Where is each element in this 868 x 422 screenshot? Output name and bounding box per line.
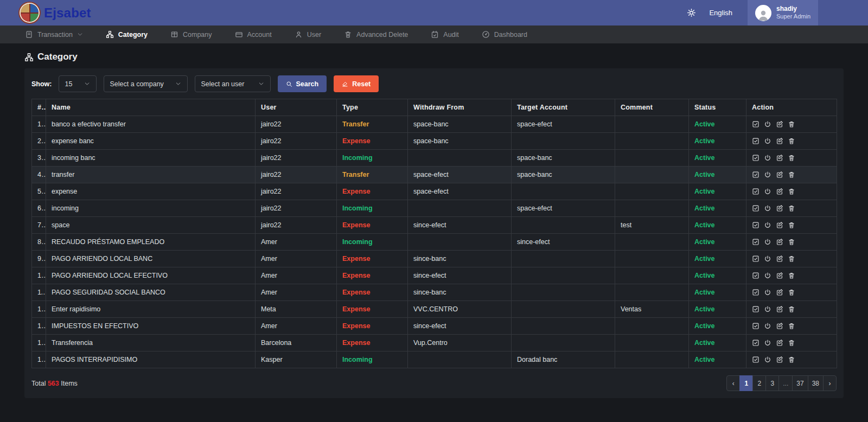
trash-icon[interactable] xyxy=(788,154,795,162)
check-square-icon[interactable] xyxy=(752,238,760,246)
cell-action xyxy=(746,251,837,267)
theme-toggle-sun-icon[interactable] xyxy=(687,8,696,17)
check-square-icon[interactable] xyxy=(752,356,760,363)
company-select[interactable]: Select a company xyxy=(104,75,188,92)
column-header-user: User xyxy=(256,99,337,116)
pagination-page-3[interactable]: 3 xyxy=(765,375,779,391)
cell-name: incoming xyxy=(46,200,256,217)
edit-icon[interactable] xyxy=(776,289,783,296)
user-menu[interactable]: shadiy Super Admin xyxy=(748,0,818,25)
edit-icon[interactable] xyxy=(776,221,783,229)
power-icon[interactable] xyxy=(764,356,771,363)
language-selector[interactable]: English xyxy=(709,9,732,17)
calendar-check-icon xyxy=(431,30,439,39)
nav-item-user[interactable]: User xyxy=(295,30,321,39)
trash-icon[interactable] xyxy=(788,238,795,246)
trash-icon[interactable] xyxy=(788,171,795,178)
edit-icon[interactable] xyxy=(776,272,783,279)
edit-icon[interactable] xyxy=(776,238,783,246)
edit-icon[interactable] xyxy=(776,188,783,195)
edit-icon[interactable] xyxy=(776,120,783,128)
edit-icon[interactable] xyxy=(776,322,783,330)
edit-icon[interactable] xyxy=(776,154,783,162)
nav-item-transaction[interactable]: Transaction xyxy=(25,30,83,39)
reset-button[interactable]: Reset xyxy=(334,75,379,92)
power-icon[interactable] xyxy=(764,137,771,145)
cell-target-account xyxy=(512,267,615,284)
trash-icon[interactable] xyxy=(788,221,795,229)
trash-icon[interactable] xyxy=(788,204,795,212)
check-square-icon[interactable] xyxy=(752,289,760,296)
check-square-icon[interactable] xyxy=(752,221,760,229)
edit-icon[interactable] xyxy=(776,137,783,145)
power-icon[interactable] xyxy=(764,188,771,195)
power-icon[interactable] xyxy=(764,255,771,263)
power-icon[interactable] xyxy=(764,339,771,347)
main-content: Category Show: 15 Select a company Selec… xyxy=(0,52,868,398)
pagination-page-1[interactable]: 1 xyxy=(739,375,753,391)
check-square-icon[interactable] xyxy=(752,137,760,145)
check-square-icon[interactable] xyxy=(752,204,760,212)
user-select[interactable]: Select an user xyxy=(195,75,271,92)
nav-item-dashboard[interactable]: Dashboard xyxy=(482,30,527,39)
power-icon[interactable] xyxy=(764,272,771,279)
pagination-page-2[interactable]: 2 xyxy=(752,375,766,391)
check-square-icon[interactable] xyxy=(752,339,760,347)
cell-comment xyxy=(615,150,689,167)
search-icon xyxy=(286,81,292,87)
nav-item-advanced-delete[interactable]: Advanced Delete xyxy=(344,30,408,39)
check-square-icon[interactable] xyxy=(752,188,760,195)
check-square-icon[interactable] xyxy=(752,255,760,263)
pagination-page-38[interactable]: 38 xyxy=(808,375,824,391)
nav-item-company[interactable]: Company xyxy=(170,30,212,39)
nav-item-account[interactable]: Account xyxy=(235,30,272,39)
trash-icon[interactable] xyxy=(788,339,795,347)
table-row: 6incomingjairo22Incomingspace-efectActiv… xyxy=(32,200,837,217)
check-square-icon[interactable] xyxy=(752,322,760,330)
search-button[interactable]: Search xyxy=(278,75,327,92)
pagination-prev[interactable]: ‹ xyxy=(726,375,740,391)
cell-withdraw-from: Vup.Centro xyxy=(408,335,512,351)
nav-item-category[interactable]: Category xyxy=(106,30,148,39)
edit-icon[interactable] xyxy=(776,339,783,347)
column-header-target-account: Target Account xyxy=(512,99,615,116)
edit-icon[interactable] xyxy=(776,305,783,313)
chevron-down-icon xyxy=(258,81,264,87)
cell-user: jairo22 xyxy=(256,183,337,200)
check-square-icon[interactable] xyxy=(752,120,760,128)
trash-icon[interactable] xyxy=(788,289,795,296)
power-icon[interactable] xyxy=(764,221,771,229)
trash-icon[interactable] xyxy=(788,255,795,263)
power-icon[interactable] xyxy=(764,171,771,178)
edit-icon[interactable] xyxy=(776,255,783,263)
power-icon[interactable] xyxy=(764,238,771,246)
check-square-icon[interactable] xyxy=(752,171,760,178)
power-icon[interactable] xyxy=(764,289,771,296)
power-icon[interactable] xyxy=(764,120,771,128)
trash-icon[interactable] xyxy=(788,322,795,330)
trash-icon[interactable] xyxy=(788,305,795,313)
trash-icon[interactable] xyxy=(788,356,795,363)
trash-icon[interactable] xyxy=(788,120,795,128)
pagination-next[interactable]: › xyxy=(823,375,837,391)
check-square-icon[interactable] xyxy=(752,272,760,279)
trash-icon[interactable] xyxy=(788,137,795,145)
column-header-name: Name xyxy=(46,99,256,116)
edit-icon[interactable] xyxy=(776,356,783,363)
power-icon[interactable] xyxy=(764,305,771,313)
power-icon[interactable] xyxy=(764,204,771,212)
power-icon[interactable] xyxy=(764,154,771,162)
cell-name: RECAUDO PRÉSTAMO EMPLEADO xyxy=(46,234,256,251)
edit-icon[interactable] xyxy=(776,204,783,212)
pagination-page-37[interactable]: 37 xyxy=(792,375,808,391)
page-size-select[interactable]: 15 xyxy=(59,75,97,92)
check-square-icon[interactable] xyxy=(752,154,760,162)
nav-item-audit[interactable]: Audit xyxy=(431,30,459,39)
trash-icon[interactable] xyxy=(788,188,795,195)
edit-icon[interactable] xyxy=(776,171,783,178)
cell-withdraw-from xyxy=(408,200,512,217)
trash-icon[interactable] xyxy=(788,272,795,279)
check-square-icon[interactable] xyxy=(752,305,760,313)
power-icon[interactable] xyxy=(764,322,771,330)
brand[interactable]: Ejsabet xyxy=(21,4,91,22)
